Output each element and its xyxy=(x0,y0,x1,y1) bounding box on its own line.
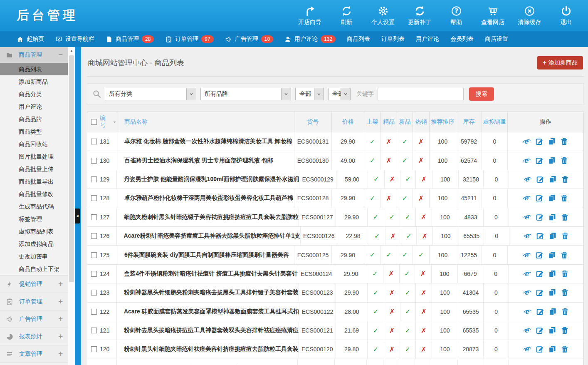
sidebar-item[interactable]: 商品批量修改 xyxy=(0,188,68,200)
sidebar-group-goods-manage[interactable]: 商品管理 − xyxy=(0,47,68,63)
hot-toggle[interactable]: ✗ xyxy=(416,340,432,358)
new-toggle[interactable]: ✓ xyxy=(400,321,415,340)
toolbar-update-patch-button[interactable]: 更新补丁 xyxy=(407,5,432,26)
keyword-input[interactable] xyxy=(378,88,464,100)
action-copy-button[interactable] xyxy=(548,308,557,316)
brand-select[interactable]: 所有品牌 xyxy=(200,88,291,100)
sidebar-item[interactable]: 生成商品代码 xyxy=(0,200,68,213)
on_sale-toggle[interactable]: ✓ xyxy=(367,359,383,365)
hot-toggle[interactable]: ✗ xyxy=(413,189,430,207)
best-toggle[interactable]: ✗ xyxy=(385,227,401,245)
action-preview-button[interactable] xyxy=(523,194,531,202)
on_sale-toggle[interactable]: ✓ xyxy=(368,208,384,226)
action-copy-button[interactable] xyxy=(548,156,556,165)
product-name-link[interactable]: 卓尔雅葫芦粉扑化妆棉干湿两用美妆蛋彩妆蛋美容化妆工具葫芦棉 xyxy=(124,194,293,202)
action-copy-button[interactable] xyxy=(548,137,556,146)
best-toggle[interactable]: ✗ xyxy=(383,359,400,365)
product-name-link[interactable]: 粉刺针黑头针细胞夹暗疮针祛痘美容针挤痘挑痘痘去脂肪粒工具套装 xyxy=(124,345,299,353)
toolbar-help-button[interactable]: 帮助 xyxy=(443,5,469,26)
row-checkbox[interactable] xyxy=(91,309,97,315)
row-checkbox[interactable] xyxy=(91,233,97,239)
hot-toggle[interactable]: ✗ xyxy=(416,208,432,226)
toolbar-shop-wizard-button[interactable]: 开店向导 xyxy=(297,5,323,26)
on_sale-toggle[interactable]: ✓ xyxy=(368,321,384,340)
action-edit-button[interactable] xyxy=(536,308,544,316)
hot-toggle[interactable]: ✗ xyxy=(416,283,432,302)
nav-item-user-comment-list[interactable]: 用户评论 xyxy=(416,35,439,43)
row-checkbox[interactable] xyxy=(91,214,97,220)
row-checkbox[interactable] xyxy=(91,271,97,277)
new-toggle[interactable]: ✓ xyxy=(400,265,415,283)
toolbar-refresh-button[interactable]: 刷新 xyxy=(334,5,359,26)
on_sale-toggle[interactable]: ✓ xyxy=(368,170,384,189)
product-name-link[interactable]: 卓尔雅 化妆棉 脸部盒装一次性补水超薄纯棉清洁美妆工具 卸妆棉 xyxy=(124,138,292,145)
on_sale-toggle[interactable]: ✓ xyxy=(368,303,384,321)
on_sale-toggle[interactable]: ✓ xyxy=(364,246,381,264)
action-copy-button[interactable] xyxy=(548,345,556,353)
collapse-minus-icon[interactable]: − xyxy=(59,51,63,59)
nav-item-goods-manage[interactable]: 商品管理 28 xyxy=(106,35,154,43)
action-delete-button[interactable] xyxy=(560,251,568,259)
action-copy-button[interactable] xyxy=(548,251,556,259)
nav-item-home[interactable]: 起始页 xyxy=(17,35,44,43)
nav-item-goods-list[interactable]: 商品列表 xyxy=(347,35,370,43)
expand-plus-icon[interactable]: + xyxy=(58,280,63,288)
best-toggle[interactable]: ✗ xyxy=(381,151,397,169)
on_sale-toggle[interactable]: ✓ xyxy=(367,265,384,283)
best-toggle[interactable]: ✗ xyxy=(381,189,397,207)
expand-plus-icon[interactable]: + xyxy=(58,297,63,306)
action-preview-button[interactable] xyxy=(523,288,531,297)
expand-plus-icon[interactable]: + xyxy=(58,350,63,358)
expand-plus-icon[interactable]: + xyxy=(58,332,63,341)
product-name-link[interactable]: 盒装4件不锈钢粉刺针暗疮针祛痘针 挤痘工具挑痘针去黑头针美容针 xyxy=(124,270,298,278)
on_sale-toggle[interactable]: ✓ xyxy=(368,340,384,358)
column-header-id[interactable]: 编号 xyxy=(87,112,117,132)
new-toggle[interactable]: ✓ xyxy=(397,246,413,264)
sidebar-group-promotion-manage[interactable]: 促销管理 + xyxy=(0,276,68,293)
on_sale-toggle[interactable]: ✓ xyxy=(364,189,381,207)
row-checkbox[interactable] xyxy=(91,328,97,333)
sidebar-collapse-handle[interactable]: ◀ xyxy=(75,209,80,223)
action-edit-button[interactable] xyxy=(535,156,544,165)
on_sale-toggle[interactable]: ✓ xyxy=(364,151,381,169)
best-toggle[interactable]: ✗ xyxy=(383,265,400,283)
new-toggle[interactable]: ✓ xyxy=(397,151,413,169)
hot-toggle[interactable]: ✗ xyxy=(413,132,430,151)
toolbar-personal-settings-button[interactable]: 个人设置 xyxy=(370,5,396,26)
row-checkbox[interactable] xyxy=(91,252,97,258)
action-preview-button[interactable] xyxy=(523,251,531,259)
sidebar-item[interactable]: 用户评论 xyxy=(0,100,68,113)
action-copy-button[interactable] xyxy=(548,270,556,278)
new-toggle[interactable]: ✓ xyxy=(401,227,417,245)
action-delete-button[interactable] xyxy=(561,232,569,240)
row-checkbox[interactable] xyxy=(91,139,97,144)
sidebar-group-article-manage[interactable]: 文章管理 + xyxy=(0,345,68,363)
best-toggle[interactable]: ✗ xyxy=(384,321,400,340)
action-delete-button[interactable] xyxy=(560,156,568,165)
action-copy-button[interactable] xyxy=(548,288,556,297)
nav-item-nav-config[interactable]: 设置导航栏 xyxy=(55,35,94,43)
action-edit-button[interactable] xyxy=(535,251,544,259)
action-delete-button[interactable] xyxy=(561,288,569,297)
nav-item-order-manage[interactable]: 订单管理 97 xyxy=(165,35,213,43)
nav-item-user-comments[interactable]: 用户评论 132 xyxy=(284,35,336,43)
action-edit-button[interactable] xyxy=(536,288,544,297)
expand-plus-icon[interactable]: + xyxy=(58,315,63,323)
row-checkbox[interactable] xyxy=(91,290,97,295)
nav-item-store-settings[interactable]: 商店设置 xyxy=(485,35,508,43)
sidebar-item[interactable]: 商品类型 xyxy=(0,125,68,138)
search-button[interactable]: 搜索 xyxy=(469,87,494,101)
toolbar-clear-cache-button[interactable]: 清除缓存 xyxy=(516,5,542,26)
new-toggle[interactable]: ✓ xyxy=(399,359,415,365)
best-toggle[interactable]: ✗ xyxy=(381,132,397,151)
product-name-link[interactable]: 百雀羚男士控油水润保湿乳液 男士专用面部护理乳液 包邮 xyxy=(124,157,273,164)
nav-item-order-list[interactable]: 订单列表 xyxy=(381,35,405,43)
row-checkbox[interactable] xyxy=(91,176,97,182)
row-checkbox[interactable] xyxy=(91,346,97,352)
action-preview-button[interactable] xyxy=(523,345,531,353)
product-name-link[interactable]: 6件装面膜碗套装 diy面膜工具自制面膜棒压缩面膜刷计量器美容 xyxy=(124,251,289,259)
new-toggle[interactable]: ✓ xyxy=(400,303,416,321)
action-copy-button[interactable] xyxy=(548,194,556,202)
sidebar-item[interactable]: 商品列表 xyxy=(0,63,68,75)
best-toggle[interactable]: ✗ xyxy=(384,303,400,321)
